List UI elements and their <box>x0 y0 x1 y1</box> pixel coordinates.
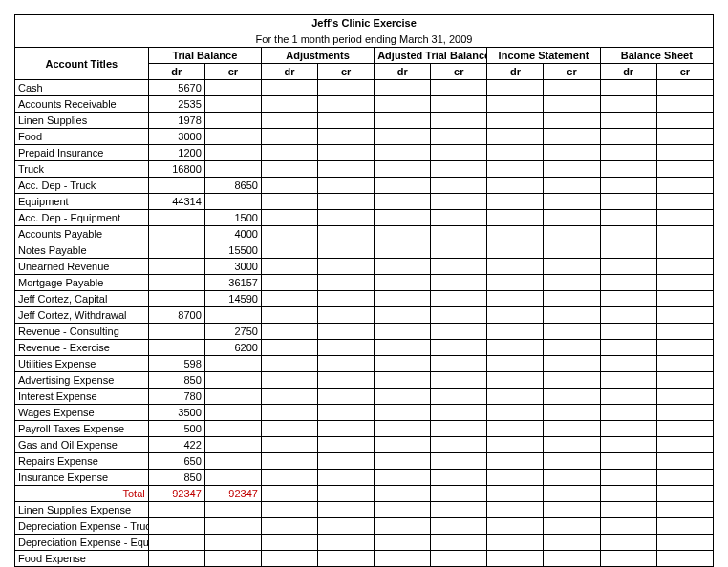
value-cell: 8650 <box>204 178 261 194</box>
value-cell <box>656 486 713 502</box>
value-cell <box>375 421 431 437</box>
value-cell: 2535 <box>148 96 204 113</box>
value-cell <box>431 502 487 518</box>
value-cell <box>656 372 713 388</box>
value-cell <box>487 113 544 129</box>
value-cell <box>204 356 261 372</box>
value-cell <box>544 113 600 129</box>
value-cell <box>656 307 713 324</box>
value-cell: 3000 <box>204 259 261 275</box>
value-cell <box>544 470 600 486</box>
value-cell <box>318 340 375 356</box>
value-cell <box>148 242 204 259</box>
value-cell <box>544 226 600 242</box>
value-cell <box>375 324 431 340</box>
title: Jeff's Clinic Exercise <box>15 15 714 32</box>
value-cell <box>375 470 431 486</box>
value-cell <box>318 291 375 307</box>
account-cell: Depreciation Expense - Truck <box>15 518 149 535</box>
value-cell <box>261 291 317 307</box>
value-cell: 92347 <box>148 486 204 502</box>
value-cell <box>600 96 656 113</box>
value-cell <box>261 551 317 567</box>
account-cell: Food <box>15 129 149 145</box>
value-cell <box>544 210 600 226</box>
value-cell <box>204 518 261 535</box>
value-cell: 16800 <box>148 161 204 178</box>
header-dr: dr <box>487 64 544 80</box>
value-cell <box>487 80 544 96</box>
value-cell <box>544 356 600 372</box>
value-cell <box>600 145 656 161</box>
value-cell <box>544 421 600 437</box>
value-cell <box>318 96 375 113</box>
value-cell <box>204 145 261 161</box>
value-cell <box>544 145 600 161</box>
value-cell <box>261 307 317 324</box>
value-cell <box>487 421 544 437</box>
account-cell: Utilities Expense <box>15 356 149 372</box>
header-dr: dr <box>375 64 431 80</box>
value-cell <box>544 405 600 421</box>
value-cell: 44314 <box>148 194 204 210</box>
account-cell: Truck <box>15 161 149 178</box>
value-cell <box>148 551 204 567</box>
account-cell: Revenue - Exercise <box>15 340 149 356</box>
value-cell <box>487 405 544 421</box>
value-cell <box>318 161 375 178</box>
account-cell: Advertising Expense <box>15 372 149 388</box>
value-cell <box>261 242 317 259</box>
value-cell <box>375 437 431 453</box>
value-cell <box>656 226 713 242</box>
value-cell <box>544 372 600 388</box>
value-cell <box>375 502 431 518</box>
account-cell: Cash <box>15 80 149 96</box>
value-cell <box>431 453 487 470</box>
value-cell <box>375 145 431 161</box>
value-cell <box>261 275 317 291</box>
value-cell <box>204 194 261 210</box>
value-cell <box>431 421 487 437</box>
value-cell: 850 <box>148 372 204 388</box>
account-cell: Linen Supplies <box>15 113 149 129</box>
account-cell: Repairs Expense <box>15 453 149 470</box>
value-cell <box>204 80 261 96</box>
value-cell <box>600 340 656 356</box>
header-account-titles: Account Titles <box>15 48 149 80</box>
value-cell <box>544 388 600 405</box>
value-cell: 8700 <box>148 307 204 324</box>
value-cell <box>148 324 204 340</box>
account-cell: Accounts Payable <box>15 226 149 242</box>
value-cell <box>318 453 375 470</box>
value-cell <box>544 551 600 567</box>
header-adjustments: Adjustments <box>261 48 374 64</box>
value-cell <box>375 113 431 129</box>
value-cell <box>656 535 713 551</box>
value-cell <box>261 453 317 470</box>
value-cell <box>148 535 204 551</box>
value-cell <box>261 96 317 113</box>
value-cell <box>487 178 544 194</box>
value-cell <box>318 324 375 340</box>
value-cell <box>261 502 317 518</box>
value-cell <box>204 372 261 388</box>
value-cell <box>600 275 656 291</box>
value-cell: 92347 <box>204 486 261 502</box>
value-cell <box>600 113 656 129</box>
value-cell <box>318 518 375 535</box>
value-cell <box>204 96 261 113</box>
value-cell <box>318 486 375 502</box>
account-cell: Equipment <box>15 194 149 210</box>
value-cell <box>375 275 431 291</box>
value-cell <box>375 161 431 178</box>
value-cell <box>431 194 487 210</box>
value-cell: 1200 <box>148 145 204 161</box>
value-cell <box>261 340 317 356</box>
account-cell: Revenue - Consulting <box>15 324 149 340</box>
value-cell <box>375 226 431 242</box>
value-cell: 5670 <box>148 80 204 96</box>
value-cell <box>204 535 261 551</box>
value-cell <box>431 129 487 145</box>
value-cell <box>204 470 261 486</box>
value-cell <box>431 518 487 535</box>
